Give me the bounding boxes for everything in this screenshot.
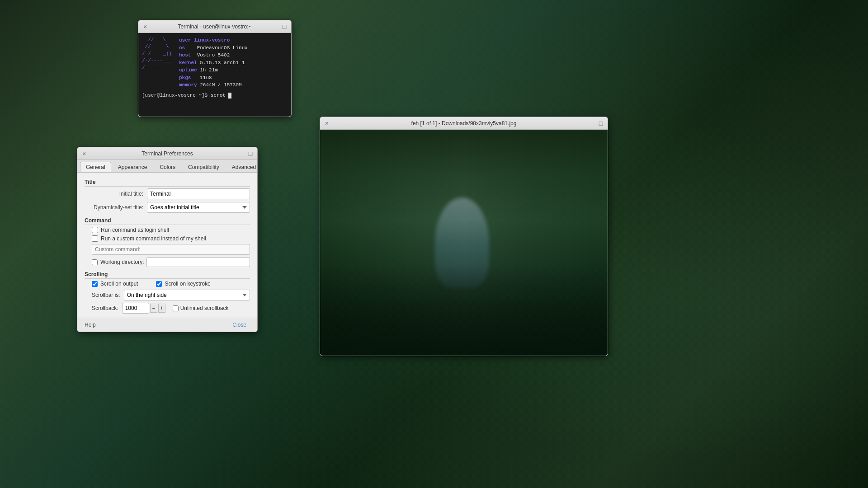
os-key: os bbox=[179, 45, 185, 51]
scrollbar-row: Scrollbar is: On the right side Disabled… bbox=[92, 290, 250, 300]
tab-advanced[interactable]: Advanced bbox=[226, 162, 257, 172]
scroll-output-group: Scroll on output bbox=[92, 281, 138, 287]
custom-command-input[interactable] bbox=[92, 244, 250, 255]
prefs-title: Terminal Preferences bbox=[87, 150, 247, 157]
memory-val: 2644M / 15730M bbox=[200, 82, 241, 88]
close-button[interactable]: Close bbox=[229, 321, 250, 329]
memory-key: memory bbox=[179, 82, 197, 88]
scrollbar-label: Scrollbar is: bbox=[92, 292, 120, 298]
initial-title-input[interactable] bbox=[147, 188, 250, 199]
feh-maximize-button[interactable]: □ bbox=[598, 120, 604, 127]
feh-image bbox=[320, 130, 608, 356]
user-key: user linux-vostro bbox=[179, 38, 230, 43]
scroll-checkboxes-row: Scroll on output Scroll on keystroke bbox=[92, 281, 250, 287]
command-section-header: Command bbox=[85, 216, 250, 225]
terminal-neofetch: // \ // \ / / -_)) /-/----___ /------ us… bbox=[142, 37, 288, 89]
working-dir-label: Working directory: bbox=[100, 259, 144, 265]
initial-title-label: Initial title: bbox=[85, 191, 143, 197]
scroll-keystroke-label: Scroll on keystroke bbox=[165, 281, 210, 287]
uptime-val: 1h 21m bbox=[200, 67, 218, 73]
custom-command-checkbox[interactable] bbox=[92, 235, 98, 242]
dynamic-title-label: Dynamically-set title: bbox=[85, 204, 143, 211]
initial-title-row: Initial title: bbox=[85, 188, 250, 199]
feh-window: × feh [1 of 1] - Downloads/98x3mviy5va81… bbox=[320, 117, 608, 356]
kernel-val: 5.15.13-arch1-1 bbox=[200, 60, 245, 66]
scrollback-input[interactable] bbox=[122, 303, 149, 314]
terminal-logo: // \ // \ / / -_)) /-/----___ /------ bbox=[142, 37, 172, 89]
scrollback-row: Scrollback: − + Unlimited scrollback bbox=[92, 303, 250, 314]
os-val: EndeavourOS Linux bbox=[197, 45, 248, 51]
scroll-output-checkbox[interactable] bbox=[92, 281, 98, 287]
dynamic-title-select[interactable]: Goes after initial title Replaces initia… bbox=[147, 202, 250, 213]
terminal-titlebar: × Terminal - user@linux-vostro:~ □ bbox=[138, 20, 291, 33]
prefs-close-button[interactable]: × bbox=[81, 150, 87, 157]
feh-titlebar: × feh [1 of 1] - Downloads/98x3mviy5va81… bbox=[320, 117, 608, 130]
prefs-maximize-button[interactable]: □ bbox=[247, 150, 254, 157]
working-dir-checkbox[interactable] bbox=[92, 259, 98, 265]
prefs-content: Title Initial title: Dynamically-set tit… bbox=[77, 173, 257, 318]
pkgs-key: pkgs bbox=[179, 75, 191, 80]
scrollback-minus-button[interactable]: − bbox=[150, 304, 157, 313]
terminal-cursor bbox=[228, 93, 231, 99]
prefs-footer: Help Close bbox=[77, 318, 257, 332]
prefs-titlebar: × Terminal Preferences □ bbox=[77, 147, 257, 160]
prefs-window: × Terminal Preferences □ General Appeara… bbox=[77, 147, 258, 332]
login-shell-row: Run command as login shell bbox=[92, 227, 250, 233]
uptime-key: uptime bbox=[179, 67, 197, 73]
prefs-body: General Appearance Colors Compatibility … bbox=[77, 160, 257, 332]
terminal-body: // \ // \ / / -_)) /-/----___ /------ us… bbox=[138, 33, 291, 117]
login-shell-label: Run command as login shell bbox=[101, 227, 169, 233]
scrolling-section-header: Scrolling bbox=[85, 269, 250, 279]
host-key: host bbox=[179, 52, 191, 58]
host-val: Vostro 5402 bbox=[197, 52, 230, 58]
help-label: Help bbox=[85, 322, 96, 328]
title-section-header: Title bbox=[85, 177, 250, 187]
pkgs-val: 1168 bbox=[200, 75, 212, 80]
tab-colors[interactable]: Colors bbox=[154, 162, 181, 172]
scrollback-label: Scrollback: bbox=[92, 305, 118, 311]
dynamic-title-row: Dynamically-set title: Goes after initia… bbox=[85, 202, 250, 213]
terminal-prompt: [user@linux-vostro ~]$ scrot bbox=[142, 93, 288, 99]
kernel-key: kernel bbox=[179, 60, 197, 66]
terminal-info: user linux-vostro os EndeavourOS Linux h… bbox=[179, 37, 248, 89]
tab-appearance[interactable]: Appearance bbox=[112, 162, 153, 172]
scroll-keystroke-checkbox[interactable] bbox=[156, 281, 162, 287]
feh-body bbox=[320, 130, 608, 356]
tab-general[interactable]: General bbox=[80, 162, 111, 172]
scroll-keystroke-group: Scroll on keystroke bbox=[156, 281, 210, 287]
feh-close-button[interactable]: × bbox=[324, 120, 330, 127]
terminal-close-button[interactable]: × bbox=[142, 23, 148, 30]
scrollback-spinbox: − + bbox=[122, 303, 165, 314]
terminal-window: × Terminal - user@linux-vostro:~ □ // \ … bbox=[138, 20, 292, 117]
unlimited-scrollback-checkbox[interactable] bbox=[173, 305, 179, 311]
custom-command-input-row bbox=[92, 244, 250, 255]
prompt-text: [user@linux-vostro ~]$ scrot bbox=[142, 93, 226, 98]
unlimited-scrollback-label: Unlimited scrollback bbox=[180, 305, 229, 311]
tabs-bar: General Appearance Colors Compatibility … bbox=[77, 160, 257, 173]
terminal-title: Terminal - user@linux-vostro:~ bbox=[148, 23, 281, 30]
scroll-output-label: Scroll on output bbox=[100, 281, 138, 287]
scrollback-plus-button[interactable]: + bbox=[158, 304, 165, 313]
feh-title: feh [1 of 1] - Downloads/98x3mviy5va81.j… bbox=[330, 120, 598, 127]
scrollbar-select[interactable]: On the right side Disabled On the left s… bbox=[124, 290, 250, 300]
tab-compatibility[interactable]: Compatibility bbox=[182, 162, 225, 172]
login-shell-checkbox[interactable] bbox=[92, 227, 98, 233]
working-dir-input[interactable] bbox=[146, 257, 250, 267]
terminal-maximize-button[interactable]: □ bbox=[281, 23, 288, 30]
working-dir-row: Working directory: bbox=[92, 257, 250, 267]
custom-command-label: Run a custom command instead of my shell bbox=[101, 235, 206, 242]
custom-command-row: Run a custom command instead of my shell bbox=[92, 235, 250, 242]
unlimited-scrollback-group: Unlimited scrollback bbox=[173, 305, 229, 311]
